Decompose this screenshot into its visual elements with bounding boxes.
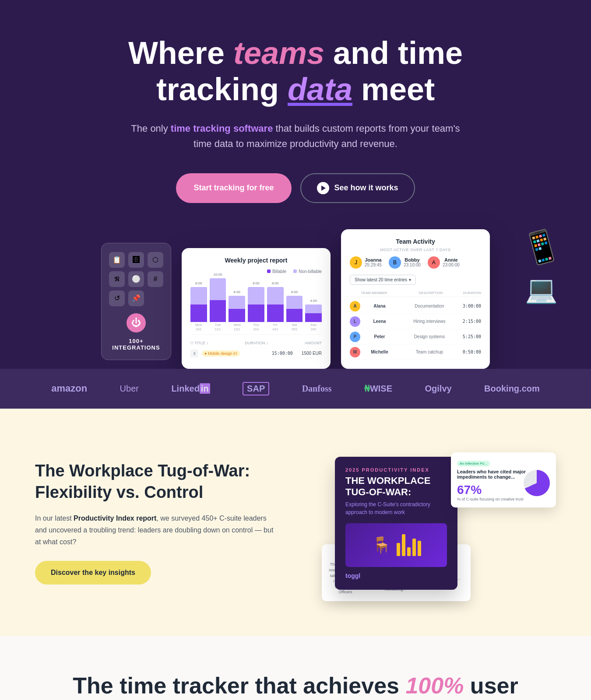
play-triangle-icon — [321, 186, 326, 191]
hundred-percent: 100% — [405, 673, 464, 698]
productivity-year-label: 2025 PRODUCTIVITY INDEX — [345, 467, 447, 472]
avatar-leena: L — [350, 316, 360, 327]
entries-table-header: TEAM MEMBER DESCRIPTION DURATION — [350, 289, 481, 297]
weekly-report-card: Weekly project report Billable Non-billa… — [182, 248, 331, 369]
weekly-report-title: Weekly project report — [190, 257, 322, 264]
time-tracker-section: The time tracker that achieves 100% user… — [0, 636, 591, 700]
entry-row-alana: A Alana Documentation 3:00:00 — [350, 299, 481, 314]
avatar-annie: A — [428, 256, 440, 269]
green-badge: An Inflection Po... — [457, 461, 490, 466]
bar-sun: 4:00 Sun 16/1 — [305, 299, 322, 331]
integration-icon-6: # — [148, 271, 163, 287]
project-tag: ● Mobile design 🏷 — [202, 350, 240, 357]
bar-mon: 8:00 Mon 10/1 — [190, 281, 207, 331]
report-table: ▽ TITLE ↕ DURATION ↕ AMOUNT 3 ● Mobile d… — [190, 334, 322, 360]
right-illustrations: 📱 💻 — [522, 229, 560, 305]
productivity-description: In our latest Productivity Index report,… — [35, 512, 278, 548]
nonbillable-dot — [293, 270, 297, 273]
integrations-label: 100+ INTEGRATIONS — [112, 338, 160, 351]
brand-ogilvy: Ogilvy — [425, 384, 452, 394]
brand-sap: SAP — [243, 382, 269, 396]
hero-section: Where teams and time tracking data meet … — [0, 0, 591, 369]
entry-row-michelle: M Michelle Team catchup 0:50:00 — [350, 345, 481, 360]
phone-hand-illustration: 📱 — [518, 225, 564, 270]
billable-dot — [267, 270, 271, 273]
see-how-it-works-button[interactable]: See how it works — [300, 173, 415, 203]
brand-booking: Booking.com — [484, 384, 540, 394]
table-headers: ▽ TITLE ↕ DURATION ↕ AMOUNT — [190, 339, 322, 347]
avatar-alana: A — [350, 301, 360, 312]
brands-section: amazon Uber Linkedin SAP Danfoss ₦WISE O… — [0, 369, 591, 409]
brand-linkedin: Linkedin — [171, 384, 210, 394]
entry-row-leena: L Leena Hiring interviews 2:15:00 — [350, 314, 481, 329]
most-active-label: MOST ACTIVE OVER LAST 7 DAYS — [350, 248, 481, 252]
bar-thu: 8:00 Thu 13/1 — [248, 281, 264, 331]
brand-danfoss: Danfoss — [302, 384, 332, 394]
team-activity-title: Team Activity — [350, 238, 481, 245]
team-activity-card: Team Activity MOST ACTIVE OVER LAST 7 DA… — [341, 229, 490, 369]
integration-icon-5: ⚪ — [128, 271, 144, 287]
productivity-main-card-title: THE WORKPLACETUG-OF-WAR: — [345, 475, 447, 498]
hero-buttons: Start tracking for free See how it works — [18, 173, 573, 203]
avatar-joanna: J — [350, 256, 362, 269]
desk-illustration: 🪑 — [372, 536, 391, 554]
hero-subtitle: The only time tracking software that bui… — [125, 121, 466, 151]
time-tracker-title: The time tracker that achieves 100% user… — [18, 671, 573, 700]
brand-wise: ₦WISE — [364, 383, 392, 394]
top-user-bobby: B Bobby 23:10:00 — [389, 256, 421, 269]
integration-icon-4: 𝕹 — [109, 271, 125, 287]
laptop-hands-illustration: 💻 — [525, 274, 558, 305]
toggl-brand: toggl — [345, 572, 447, 579]
productivity-secondary-card: An Inflection Po... Leaders who have cit… — [451, 452, 556, 508]
integration-icon-8: 📌 — [128, 290, 144, 306]
integration-icon-2: 🅱 — [128, 252, 144, 268]
integrations-box: 📋 🅱 ⬡ 𝕹 ⚪ # ↺ 📌 ⏻ 100+ INTEGRATIONS — [101, 243, 171, 360]
pie-label: % of C-suite focusing on creative trust — [457, 497, 550, 501]
productivity-card-image: 🪑 — [345, 523, 447, 567]
brand-amazon: amazon — [51, 383, 87, 394]
legend-nonbillable: Non-billable — [293, 269, 322, 274]
chevron-down-icon: ▾ — [409, 277, 411, 282]
start-tracking-button[interactable]: Start tracking for free — [176, 173, 291, 203]
top-user-joanna: J Joanna 25:29:45 — [350, 256, 382, 269]
productivity-card-subtitle: Exploring the C-Suite's contradictory ap… — [345, 500, 447, 516]
integration-icon-1: 📋 — [109, 252, 125, 268]
table-row: 3 ● Mobile design 🏷 15:00:00 1500 EUR — [190, 347, 322, 360]
bar-chart: 8:00 Mon 10/1 10:00 Tue 11/1 — [190, 278, 322, 331]
avatar-bobby: B — [389, 256, 401, 269]
top-user-annie: A Annie 23:00:00 — [428, 256, 460, 269]
row-number: 3 — [190, 350, 198, 357]
show-entries-button[interactable]: Show latest 20 time entries ▾ — [350, 275, 416, 285]
productivity-section: The Workplace Tug-of-War: Flexibility vs… — [0, 409, 591, 636]
mini-bar-chart — [397, 534, 421, 556]
dashboard-preview: 📋 🅱 ⬡ 𝕹 ⚪ # ↺ 📌 ⏻ 100+ INTEGRATIONS Week… — [18, 229, 573, 369]
legend-billable: Billable — [267, 269, 286, 274]
power-icon: ⏻ — [127, 313, 146, 332]
top-users: J Joanna 25:29:45 B Bobby 23:10:00 A — [350, 256, 481, 269]
entry-row-peter: P Peter Design systems 5:25:00 — [350, 329, 481, 345]
brand-uber: Uber — [120, 384, 139, 394]
avatar-peter: P — [350, 332, 360, 342]
pie-chart — [524, 470, 550, 496]
bar-wed: 6:00 Wed 12/1 — [229, 290, 245, 331]
hero-title: Where teams and time tracking data meet — [18, 35, 573, 108]
productivity-text: The Workplace Tug-of-War: Flexibility vs… — [35, 460, 278, 584]
productivity-main-card: 2025 PRODUCTIVITY INDEX THE WORKPLACETUG… — [335, 457, 457, 590]
integration-icons-grid: 📋 🅱 ⬡ 𝕹 ⚪ # ↺ 📌 — [109, 252, 163, 306]
play-icon — [317, 182, 329, 194]
hero-teams-word: teams — [233, 35, 324, 70]
avatar-michelle: M — [350, 347, 360, 357]
time-tracker-underline: time tracker — [120, 671, 249, 700]
bar-tue: 10:00 Tue 11/1 — [210, 273, 226, 331]
discover-insights-button[interactable]: Discover the key insights — [35, 561, 151, 584]
hero-data-word: data — [288, 72, 352, 107]
productivity-title: The Workplace Tug-of-War: Flexibility vs… — [35, 460, 278, 504]
bar-fri: 8:00 Fri 14/1 — [267, 281, 284, 331]
bar-sat: 6:00 Sat 15/1 — [286, 290, 303, 331]
productivity-visual: 2025 PRODUCTIVITY INDEX THE WORKPLACETUG… — [313, 444, 556, 601]
integration-icon-7: ↺ — [109, 290, 125, 306]
integration-icon-3: ⬡ — [148, 252, 163, 268]
